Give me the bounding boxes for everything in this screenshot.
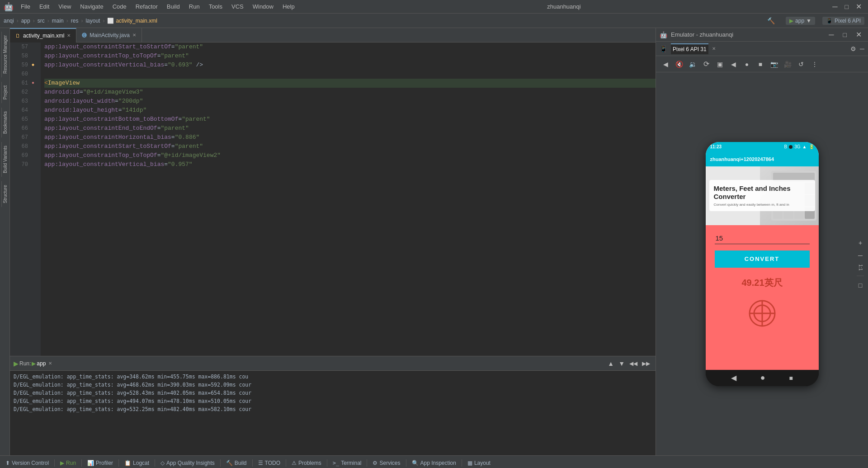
run-scroll-left[interactable]: ◀◀ (627, 359, 639, 368)
toolbar-app-quality[interactable]: ◇ App Quality Insights (157, 459, 218, 468)
emu-btn-more[interactable]: ⋮ (809, 58, 821, 70)
emu-btn-sound-down[interactable]: 🔉 (687, 58, 698, 70)
menu-edit[interactable]: Edit (36, 2, 53, 11)
phone-mockup[interactable]: 11:23 B 3G ▲ 🔋 zhuanhuanqi+12020247864 (706, 142, 819, 386)
emulator-tabbar: 📱 Pixel 6 API 31 ✕ ⚙ ─ (656, 42, 868, 56)
breadcrumb-src[interactable]: src (38, 18, 45, 24)
breadcrumb-app[interactable]: app (21, 18, 30, 24)
emu-btn-back[interactable]: ◀ (660, 58, 671, 70)
profiler-icon: 📊 (87, 460, 94, 466)
toolbar-version-control[interactable]: ⬆ Version Control (2, 459, 52, 468)
menu-help[interactable]: Help (279, 2, 298, 11)
toolbar-run[interactable]: ▶ Run (57, 459, 80, 468)
emu-btn-stop[interactable]: ■ (755, 58, 766, 70)
sidebar-resource-manager[interactable]: Resource Manager (1, 32, 9, 77)
build-tool-icon[interactable]: 🔨 (767, 17, 775, 24)
phone-battery-icon: B (784, 144, 788, 149)
emulator-minimize-panel[interactable]: ─ (860, 45, 864, 52)
emu-btn-rotate[interactable]: ⟳ (700, 58, 712, 70)
emu-btn-screenshot[interactable]: 📷 (768, 58, 780, 70)
emu-right-btn1[interactable]: + (857, 237, 864, 248)
phone-nav-back[interactable]: ◀ (731, 373, 736, 382)
toolbar-problems[interactable]: ⚠ Problems (288, 459, 325, 468)
phone-wifi: ▲ (802, 144, 807, 149)
menu-file[interactable]: File (17, 2, 34, 11)
toolbar-profiler[interactable]: 📊 Profiler (84, 459, 117, 468)
phone-input-value: 15 (716, 234, 723, 242)
sidebar-build-variants[interactable]: Build Variants (1, 142, 9, 177)
run-close[interactable]: ✕ (48, 361, 52, 366)
emulator-tab-close[interactable]: ✕ (712, 46, 716, 51)
menu-navigate[interactable]: Navigate (76, 2, 107, 11)
run-config-dropdown[interactable]: ▼ (806, 18, 811, 24)
breadcrumb-main[interactable]: main (52, 18, 64, 24)
emulator-win-minimize[interactable]: ─ (826, 31, 836, 39)
emulator-win-restore[interactable]: □ (840, 31, 849, 38)
emu-btn-camera[interactable]: 🎥 (782, 58, 793, 70)
emu-btn-refresh[interactable]: ↺ (795, 58, 807, 70)
run-btn-label: Run (66, 460, 76, 466)
sidebar-project[interactable]: Project (1, 82, 9, 103)
zoom-label: 1:1 (858, 264, 863, 270)
emu-right-btn2[interactable]: ─ (856, 250, 864, 260)
toolbar-build[interactable]: 🔨 Build (222, 459, 250, 468)
win-minimize[interactable]: ─ (830, 3, 840, 11)
problems-label: Problems (298, 460, 321, 466)
phone-input-container[interactable]: 15 (715, 232, 810, 244)
emu-right-btn3[interactable]: □ (857, 280, 864, 291)
menu-vcs[interactable]: VCS (228, 2, 247, 11)
emulator-win-close[interactable]: ✕ (853, 30, 864, 39)
sidebar-bookmarks[interactable]: Bookmarks (1, 108, 9, 137)
menu-tools[interactable]: Tools (205, 2, 226, 11)
toolbar-todo[interactable]: ☰ TODO (255, 459, 284, 468)
device-label: Pixel 6 API (835, 18, 861, 24)
code-lines[interactable]: app:layout_constraintStart_toStartOf="pa… (41, 43, 656, 356)
menu-run[interactable]: Run (185, 2, 203, 11)
layout-label: Layout (474, 460, 491, 466)
breadcrumb-res[interactable]: res (71, 18, 79, 24)
emulator-settings[interactable]: ⚙ (850, 45, 856, 52)
tab-activity-main[interactable]: 🗋 activity_main.xml ✕ (10, 28, 76, 43)
code-editor[interactable]: 57 58 59 60 61 62 63 64 65 66 67 68 69 7… (10, 43, 656, 356)
run-scroll-right[interactable]: ▶▶ (640, 359, 652, 368)
menu-refactor[interactable]: Refactor (132, 2, 161, 11)
toolbar-services[interactable]: ⚙ Services (369, 459, 404, 468)
win-close[interactable]: ✕ (853, 2, 864, 11)
toolbar-layout[interactable]: ▦ Layout (464, 459, 494, 468)
run-app-label[interactable]: app (37, 360, 46, 367)
emu-btn-fold[interactable]: ▣ (714, 58, 726, 70)
emu-btn-prev[interactable]: ◀ (727, 58, 739, 70)
run-line: D/EGL_emulation: app_time_stats: avg=494… (14, 397, 652, 405)
breadcrumb-file[interactable]: activity_main.xml (116, 18, 157, 24)
toolbar-app-inspection[interactable]: 🔍 App Inspection (408, 459, 460, 468)
emu-btn-home[interactable]: ● (741, 58, 753, 70)
phone-nav-home[interactable]: ● (760, 373, 765, 383)
toolbar-terminal[interactable]: >_ Terminal (329, 459, 365, 468)
run-output[interactable]: D/EGL_emulation: app_time_stats: avg=348… (10, 371, 656, 455)
run-scroll-down[interactable]: ▼ (617, 359, 627, 368)
tab-mainactivity[interactable]: 🅒 MainActivity.java ✕ (76, 28, 142, 43)
menu-code[interactable]: Code (109, 2, 130, 11)
tab-mainactivity-label: MainActivity.java (90, 32, 129, 38)
run-config-selector[interactable]: ▶ app ▼ (786, 17, 815, 25)
tab-close-main[interactable]: ✕ (67, 33, 71, 38)
toolbar-logcat[interactable]: 📋 Logcat (121, 459, 153, 468)
menu-view[interactable]: View (55, 2, 75, 11)
win-maximize[interactable]: □ (842, 3, 851, 10)
device-selector[interactable]: 📱 Pixel 6 API (822, 17, 864, 25)
emu-btn-sound-off[interactable]: 🔇 (673, 58, 685, 70)
terminal-label: Terminal (341, 460, 361, 466)
menu-build[interactable]: Build (163, 2, 184, 11)
version-control-label: Version Control (12, 460, 49, 466)
breadcrumb-layout[interactable]: layout (85, 18, 100, 24)
phone-convert-btn[interactable]: CONVERT (715, 251, 810, 268)
tab-close-main2[interactable]: ✕ (132, 33, 136, 38)
breadcrumb-project[interactable]: anqi (4, 18, 14, 24)
menu-window[interactable]: Window (249, 2, 277, 11)
emulator-tab-label[interactable]: Pixel 6 API 31 (671, 43, 708, 54)
sidebar-structure[interactable]: Structure (1, 181, 9, 207)
run-scroll-up[interactable]: ▲ (606, 359, 616, 368)
phone-app-title: zhuanhuanqi+12020247864 (710, 156, 774, 162)
breadcrumb-bar: anqi › app › src › main › res › layout ›… (0, 14, 868, 28)
phone-nav-recents[interactable]: ■ (789, 374, 793, 382)
